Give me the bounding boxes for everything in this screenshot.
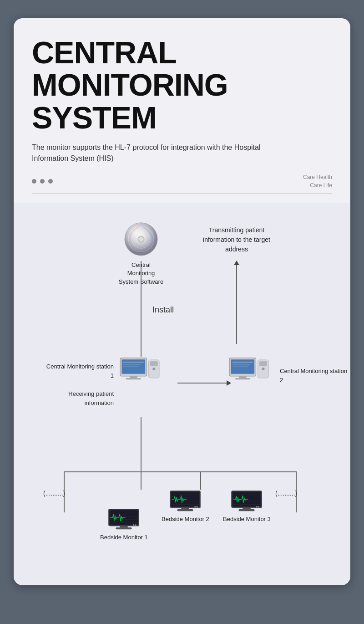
svg-rect-36 [110,526,140,527]
svg-rect-12 [126,378,141,379]
nav-dots [32,179,53,184]
branding: Care Health Care Life [303,173,332,189]
diagram-inner: Central Monitoring System Software Trans… [23,221,341,563]
bedside2-label: Bedside Monitor 2 [162,515,209,523]
branding-line2: Care Life [310,182,332,189]
section-divider [32,193,332,194]
arrow-up [236,264,237,344]
line-main-vertical [141,417,142,471]
line-drop-3 [200,471,201,490]
bedside2-container: Bedside Monitor 2 [162,490,209,523]
svg-point-16 [153,368,155,370]
main-title: CENTRAL MONITORING SYSTEM [32,36,332,134]
line-horizontal-spread [64,471,296,472]
svg-rect-46 [177,509,193,511]
workstation2-icon [228,355,273,387]
dot-2 [40,179,45,184]
bedside1-icon [108,508,140,531]
svg-rect-14 [150,362,158,366]
main-card: CENTRAL MONITORING SYSTEM The monitor su… [14,18,350,585]
dot-1 [32,179,36,184]
svg-rect-11 [130,376,137,378]
dots-row: Care Health Care Life [32,173,332,189]
svg-point-48 [195,506,197,508]
bedside3-label: Bedside Monitor 3 [223,515,271,523]
bedside1-container: Bedside Monitor 1 [100,508,148,542]
svg-rect-47 [172,508,201,508]
branding-line1: Care Health [303,174,332,180]
transmit-label: Transmitting patient information to the … [196,225,278,254]
cd-icon [123,221,159,257]
svg-rect-25 [259,362,267,366]
dot-3 [48,179,53,184]
svg-point-60 [258,506,260,508]
svg-rect-57 [239,509,255,511]
title-line1: CENTRAL [32,35,177,70]
station1-container [118,355,164,387]
svg-rect-35 [116,527,132,529]
install-label: Install [152,305,174,315]
station2-container [228,355,273,387]
svg-point-38 [135,524,137,526]
svg-point-5 [139,237,143,241]
line-cd-down [141,261,142,357]
diagram-section: Central Monitoring System Software Trans… [14,203,350,585]
dots-label-right: (..........) [275,490,297,497]
subtitle-text: The monitor supports the HL-7 protocol f… [32,142,296,164]
bedside3-container: Bedside Monitor 3 [223,490,271,523]
svg-rect-23 [235,378,250,379]
bedside1-label: Bedside Monitor 1 [100,533,148,542]
svg-point-49 [197,506,198,508]
title-line2: MONITORING SYSTEM [32,67,228,134]
svg-rect-58 [233,508,263,508]
station1-label: Central Monitoring station 1 [46,362,114,380]
line-drop-2 [141,471,142,490]
svg-point-27 [263,368,264,370]
svg-point-59 [256,506,258,508]
dots-label-left: (..........) [43,490,65,497]
top-section: CENTRAL MONITORING SYSTEM The monitor su… [14,18,350,203]
svg-rect-22 [239,376,247,378]
station2-label: Central Monitoring station 2 [280,367,348,384]
receiving-label: Receiving patient information [46,389,114,407]
bedside2-icon [169,490,201,512]
bedside3-icon [231,490,263,512]
workstation1-icon [118,355,164,387]
svg-point-37 [133,524,135,526]
arrow-right [177,383,228,384]
